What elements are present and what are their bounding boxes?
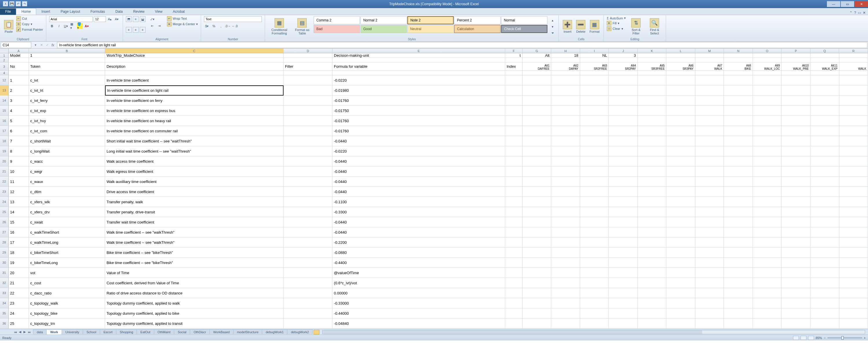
cell[interactable] bbox=[609, 298, 638, 308]
cell[interactable] bbox=[810, 85, 839, 95]
cell[interactable] bbox=[695, 318, 724, 328]
col-header-Q[interactable]: Q bbox=[810, 49, 839, 53]
orientation-icon[interactable]: ⤢▾ bbox=[150, 16, 155, 22]
cell[interactable] bbox=[283, 187, 333, 197]
cell[interactable]: Alt9WALK_LOC bbox=[753, 62, 782, 70]
cell[interactable] bbox=[695, 278, 724, 288]
cell[interactable] bbox=[551, 278, 580, 288]
cell[interactable] bbox=[283, 298, 333, 308]
cell[interactable] bbox=[781, 126, 810, 136]
cell[interactable] bbox=[505, 207, 523, 217]
cell[interactable] bbox=[580, 227, 609, 237]
cell[interactable] bbox=[839, 75, 868, 85]
cell[interactable] bbox=[523, 156, 552, 167]
cell[interactable]: Cost coefficient, derived from Value of … bbox=[105, 278, 283, 288]
cell[interactable]: Bike time coefficient -- see "bikeThresh… bbox=[105, 258, 283, 268]
cell[interactable] bbox=[638, 227, 666, 237]
cell[interactable] bbox=[638, 70, 666, 75]
cell[interactable] bbox=[695, 217, 724, 227]
restore-window-icon[interactable]: ▭ bbox=[858, 11, 861, 15]
shrink-font-icon[interactable]: A▾ bbox=[114, 16, 120, 22]
cell[interactable] bbox=[505, 106, 523, 116]
merge-center-button[interactable]: ⬌Merge & Center ▾ bbox=[167, 22, 198, 26]
cell[interactable] bbox=[724, 207, 753, 217]
cell[interactable]: Walk time coefficient -- see "walkThresh… bbox=[105, 237, 283, 248]
cell[interactable] bbox=[781, 75, 810, 85]
col-header-F[interactable]: F bbox=[505, 49, 523, 53]
cell[interactable] bbox=[781, 58, 810, 62]
cell[interactable]: 0.00000 bbox=[333, 288, 505, 298]
insert-cells-button[interactable]: ➕Insert bbox=[562, 16, 573, 37]
cell[interactable] bbox=[666, 70, 695, 75]
cell[interactable] bbox=[724, 298, 753, 308]
cell[interactable] bbox=[580, 106, 609, 116]
sheet-tab-eatout[interactable]: EatOut bbox=[136, 329, 154, 335]
row-header[interactable]: 15 bbox=[0, 106, 9, 116]
styles-more-icon[interactable]: ⏷ bbox=[550, 30, 556, 36]
cell[interactable] bbox=[695, 167, 724, 177]
cell[interactable] bbox=[283, 156, 333, 167]
cell[interactable]: c_ivt bbox=[29, 75, 105, 85]
cell[interactable]: -0.0440 bbox=[333, 187, 505, 197]
cell[interactable]: Filter bbox=[283, 62, 333, 70]
cell[interactable] bbox=[810, 167, 839, 177]
cell[interactable] bbox=[638, 167, 666, 177]
cell[interactable] bbox=[666, 106, 695, 116]
cell[interactable] bbox=[283, 248, 333, 258]
format-painter-button[interactable]: 🖌Format Painter bbox=[16, 27, 43, 32]
cell[interactable] bbox=[551, 217, 580, 227]
cell[interactable] bbox=[839, 248, 868, 258]
cell[interactable] bbox=[839, 278, 868, 288]
cell[interactable] bbox=[283, 308, 333, 318]
cell[interactable] bbox=[551, 126, 580, 136]
cell[interactable] bbox=[505, 308, 523, 318]
cell[interactable]: 1 bbox=[29, 53, 105, 58]
cell[interactable] bbox=[839, 187, 868, 197]
cell[interactable] bbox=[666, 237, 695, 248]
cell[interactable]: Walk egress time coefficient bbox=[105, 167, 283, 177]
cell[interactable]: c_cost bbox=[29, 278, 105, 288]
cell[interactable] bbox=[724, 248, 753, 258]
currency-icon[interactable]: $▾ bbox=[204, 23, 210, 29]
cell[interactable] bbox=[283, 58, 333, 62]
cell[interactable] bbox=[523, 318, 552, 328]
cell[interactable] bbox=[551, 70, 580, 75]
cell[interactable] bbox=[810, 116, 839, 126]
style-comma2[interactable]: Comma 2 bbox=[314, 16, 360, 24]
cell[interactable] bbox=[551, 248, 580, 258]
cell[interactable] bbox=[695, 308, 724, 318]
cell[interactable] bbox=[609, 156, 638, 167]
close-button[interactable]: ✕ bbox=[855, 1, 868, 7]
cell[interactable] bbox=[580, 298, 609, 308]
row-header[interactable]: 25 bbox=[0, 207, 9, 217]
cell[interactable]: In-vehicle time coefficient on express b… bbox=[105, 106, 283, 116]
cell[interactable] bbox=[283, 318, 333, 328]
style-calculation[interactable]: Calculation bbox=[454, 25, 500, 33]
cell[interactable] bbox=[666, 53, 695, 58]
cell[interactable] bbox=[839, 288, 868, 298]
cell[interactable] bbox=[781, 217, 810, 227]
cell[interactable] bbox=[580, 197, 609, 207]
cell[interactable] bbox=[105, 70, 283, 75]
cell[interactable] bbox=[523, 268, 552, 278]
cell[interactable]: c_xfers_drv bbox=[29, 207, 105, 217]
cell[interactable] bbox=[839, 197, 868, 207]
cell[interactable] bbox=[638, 187, 666, 197]
cell[interactable]: Alt6SR3PAY bbox=[666, 62, 695, 70]
cell[interactable] bbox=[505, 227, 523, 237]
cell[interactable] bbox=[810, 237, 839, 248]
row-header[interactable]: 24 bbox=[0, 197, 9, 207]
cell[interactable] bbox=[724, 197, 753, 207]
row-header[interactable]: 23 bbox=[0, 187, 9, 197]
cell[interactable] bbox=[753, 248, 782, 258]
sheet-tab-school[interactable]: School bbox=[83, 329, 100, 335]
cell[interactable] bbox=[839, 298, 868, 308]
tab-acrobat[interactable]: Acrobat bbox=[167, 8, 190, 15]
cell[interactable] bbox=[551, 258, 580, 268]
cell[interactable] bbox=[753, 85, 782, 95]
cell[interactable] bbox=[523, 167, 552, 177]
tab-insert[interactable]: Insert bbox=[36, 8, 55, 15]
cell[interactable] bbox=[551, 85, 580, 95]
cell[interactable] bbox=[105, 58, 283, 62]
cell[interactable] bbox=[523, 288, 552, 298]
